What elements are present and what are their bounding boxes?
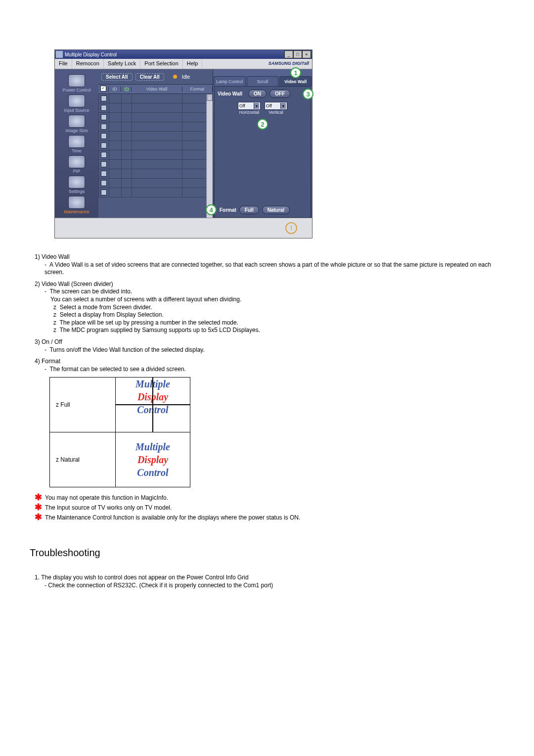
grid-row[interactable] <box>98 169 213 179</box>
select-all-button[interactable]: Select All <box>101 73 133 81</box>
row-checkbox[interactable] <box>101 95 107 101</box>
grid-row[interactable] <box>98 103 213 113</box>
paragraph: The format can be selected to see a divi… <box>44 366 504 374</box>
tab-lamp-control[interactable]: Lamp Control <box>214 76 246 86</box>
sidebar-item-settings[interactable]: Settings <box>59 176 94 194</box>
horizontal-value: Off <box>239 103 245 108</box>
grid-row[interactable] <box>98 150 213 160</box>
row-checkbox[interactable] <box>101 161 107 167</box>
grid-rows: ▲ <box>98 94 213 218</box>
horizontal-dropdown[interactable]: Off▾ Horizontal <box>238 102 261 115</box>
menu-port-selection[interactable]: Port Selection <box>140 59 182 69</box>
footnote-text: The Maintenance Control function is avai… <box>45 514 300 522</box>
sidebar-item-input-source[interactable]: Input Source <box>59 94 94 113</box>
maintenance-icon <box>68 196 85 209</box>
menu-remocon[interactable]: Remocon <box>72 59 104 69</box>
grid-header-id: ID <box>108 87 121 92</box>
menu-safety-lock[interactable]: Safety Lock <box>104 59 140 69</box>
grid-header-power-icon: ⏻ <box>121 87 131 92</box>
power-control-icon <box>68 74 85 87</box>
sidebar-item-image-size[interactable]: Image Size <box>59 115 94 133</box>
scroll-up-icon[interactable]: ▲ <box>207 94 213 101</box>
vertical-value: Off <box>266 103 272 108</box>
chevron-down-icon: ▾ <box>280 103 286 109</box>
list-item: Select a display from Display Selection. <box>53 311 504 319</box>
heading-4: 4) Format <box>35 358 504 366</box>
video-wall-label: Video Wall <box>218 91 245 96</box>
grid-row[interactable] <box>98 122 213 132</box>
grid-row[interactable] <box>98 132 213 141</box>
footnote: ✱ You may not operate this function in M… <box>35 494 504 502</box>
format-label: Format <box>220 207 236 213</box>
heading-2: 2) Video Wall (Screen divider) <box>35 281 504 288</box>
grid-row[interactable] <box>98 188 213 197</box>
footnote-text: You may not operate this function in Mag… <box>45 494 168 502</box>
row-checkbox[interactable] <box>101 171 107 177</box>
footnote: ✱ The Maintenance Control function is av… <box>35 514 504 522</box>
input-source-icon <box>68 94 85 107</box>
list-item: The place will be set up by pressing a n… <box>53 319 504 327</box>
video-wall-panel: Video Wall ON OFF 3 Off▾ Horizontal Off▾… <box>214 86 311 218</box>
format-natural-preview: Multiple Display Control <box>116 432 190 487</box>
menu-file[interactable]: File <box>55 59 72 69</box>
format-natural-label: z Natural <box>50 432 116 487</box>
right-panel: 1 Lamp Control Scroll Video Wall Video W… <box>213 69 312 218</box>
scrollbar[interactable]: ▲ <box>206 94 213 218</box>
sidebar-label: Power Control <box>62 88 90 93</box>
star-icon: ✱ <box>35 494 42 500</box>
grid-header: ✓ ID ⏻ Video Wall Format <box>98 84 213 94</box>
center-area: Select All Clear All Idle ✓ ID ⏻ Video W… <box>98 69 213 218</box>
mdc-text: Display <box>137 391 168 402</box>
grid-row[interactable] <box>98 141 213 150</box>
tab-scroll[interactable]: Scroll <box>247 76 279 86</box>
sidebar-item-maintenance[interactable]: Maintenance <box>59 196 94 214</box>
horizontal-label: Horizontal <box>239 110 260 115</box>
explanation-body: 1) Video Wall A Video Wall is a set of v… <box>30 253 504 589</box>
grid-row[interactable] <box>98 113 213 122</box>
minimize-button[interactable]: _ <box>284 50 293 58</box>
grid-row[interactable] <box>98 160 213 169</box>
row-checkbox[interactable] <box>101 114 107 120</box>
video-wall-on-button[interactable]: ON <box>248 90 267 98</box>
close-button[interactable]: × <box>302 50 311 58</box>
sidebar-item-pip[interactable]: PIP <box>59 155 94 174</box>
heading-3: 3) On / Off <box>35 338 504 346</box>
vertical-dropdown[interactable]: Off▾ Vertical <box>265 102 287 115</box>
image-size-icon <box>68 115 85 128</box>
header-checkbox[interactable]: ✓ <box>100 86 106 92</box>
sidebar-item-time[interactable]: Time <box>59 135 94 153</box>
chevron-down-icon: ▾ <box>254 103 259 109</box>
status-strip: ! <box>55 218 312 238</box>
format-full-button[interactable]: Full <box>239 206 259 214</box>
video-wall-off-button[interactable]: OFF <box>269 90 290 98</box>
sidebar-item-power-control[interactable]: Power Control <box>59 74 94 93</box>
row-checkbox[interactable] <box>101 124 107 130</box>
row-checkbox[interactable] <box>101 189 107 195</box>
paragraph: A Video Wall is a set of video screens t… <box>44 261 504 277</box>
grid-row[interactable] <box>98 179 213 188</box>
row-checkbox[interactable] <box>101 142 107 148</box>
row-checkbox[interactable] <box>101 105 107 111</box>
heading-1: 1) Video Wall <box>35 253 504 261</box>
maximize-button[interactable]: □ <box>293 50 302 58</box>
callout-1: 1 <box>290 67 301 78</box>
row-checkbox[interactable] <box>101 133 107 139</box>
vertical-label: Vertical <box>268 110 283 115</box>
clear-all-button[interactable]: Clear All <box>135 73 164 81</box>
sidebar: Power Control Input Source Image Size Ti… <box>55 69 98 218</box>
settings-icon <box>68 176 85 189</box>
idle-indicator-icon <box>173 75 177 79</box>
paragraph: The screen can be divided into. <box>44 288 504 296</box>
sidebar-label: PIP <box>73 169 81 174</box>
callout-2: 2 <box>257 119 268 130</box>
menu-help[interactable]: Help <box>183 59 203 69</box>
mdc-text: Multiple <box>135 441 170 452</box>
grid-row[interactable] <box>98 94 213 103</box>
row-checkbox[interactable] <box>101 152 107 158</box>
list-toolbar: Select All Clear All Idle <box>98 69 213 84</box>
row-checkbox[interactable] <box>101 180 107 186</box>
mdc-text: Control <box>137 467 168 478</box>
mdc-text: Display <box>137 454 168 465</box>
format-natural-button[interactable]: Natural <box>262 206 290 214</box>
paragraph: Turns on/off the Video Wall function of … <box>44 346 504 354</box>
